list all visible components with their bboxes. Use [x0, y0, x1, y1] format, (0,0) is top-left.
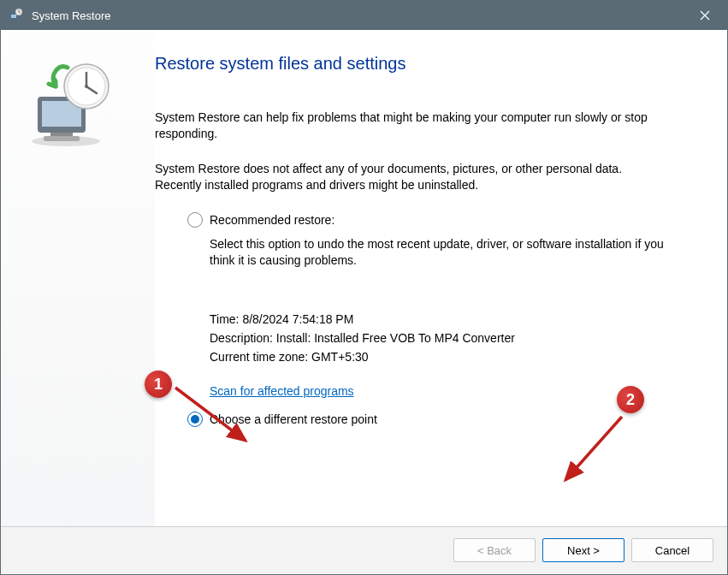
titlebar: System Restore: [1, 1, 727, 30]
svg-rect-1: [11, 15, 16, 18]
detail-time: Time: 8/8/2024 7:54:18 PM: [210, 312, 669, 326]
back-button[interactable]: < Back: [453, 538, 536, 562]
svg-rect-7: [44, 136, 80, 141]
radio-recommended-restore[interactable]: Recommended restore:: [187, 212, 669, 228]
tz-value: GMT+5:30: [311, 350, 369, 364]
next-button[interactable]: Next >: [542, 538, 624, 562]
footer: < Back Next > Cancel: [1, 527, 727, 573]
detail-description: Description: Install: Installed Free VOB…: [210, 331, 669, 345]
svg-rect-6: [50, 133, 73, 136]
cancel-button[interactable]: Cancel: [631, 538, 713, 562]
side-illustration: [1, 30, 155, 526]
scan-affected-programs-link[interactable]: Scan for affected programs: [210, 384, 354, 398]
svg-point-10: [85, 85, 88, 88]
recommended-description: Select this option to undo the most rece…: [210, 236, 669, 270]
radio-label: Choose a different restore point: [210, 412, 377, 426]
main-pane: Restore system files and settings System…: [155, 30, 727, 526]
radio-icon: [187, 412, 203, 427]
radio-label: Recommended restore:: [210, 213, 334, 227]
restore-clock-icon: [25, 56, 119, 150]
restore-point-details: Time: 8/8/2024 7:54:18 PM Description: I…: [155, 312, 669, 412]
desc-value: Install: Installed Free VOB To MP4 Conve…: [276, 331, 515, 345]
app-icon: [8, 8, 23, 23]
tz-label: Current time zone:: [210, 350, 308, 364]
time-label: Time:: [210, 312, 239, 326]
page-heading: Restore system files and settings: [155, 54, 669, 74]
close-button[interactable]: [686, 3, 724, 28]
recommended-option-block: Recommended restore: Select this option …: [155, 212, 669, 270]
radio-choose-different[interactable]: Choose a different restore point: [155, 412, 669, 427]
intro-paragraph-2: System Restore does not affect any of yo…: [155, 161, 669, 193]
intro-paragraph-1: System Restore can help fix problems tha…: [155, 110, 669, 142]
time-value: 8/8/2024 7:54:18 PM: [242, 312, 353, 326]
content-area: Restore system files and settings System…: [1, 30, 727, 526]
detail-timezone: Current time zone: GMT+5:30: [210, 350, 669, 364]
window-title: System Restore: [32, 9, 686, 22]
radio-icon: [187, 212, 203, 228]
system-restore-window: System Restore: [0, 0, 728, 575]
desc-label: Description:: [210, 331, 273, 345]
